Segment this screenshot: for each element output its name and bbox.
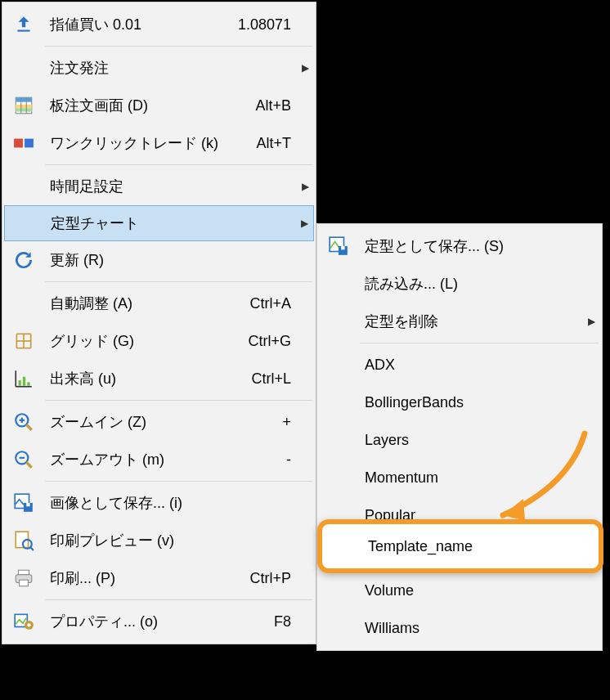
- template-item[interactable]: ADX: [319, 346, 600, 384]
- svg-rect-3: [16, 105, 32, 108]
- menu-shortcut: Ctrl+P: [249, 570, 298, 587]
- svg-rect-19: [27, 382, 29, 385]
- menu-value: 1.08071: [238, 16, 298, 34]
- submenu-remove-template[interactable]: 定型を削除 ▶: [319, 303, 600, 340]
- menu-label: 出来高 (u): [43, 369, 251, 388]
- chevron-right-icon: ▶: [298, 62, 309, 74]
- svg-rect-2: [16, 97, 32, 101]
- menu-label: 定型として保存... (S): [358, 236, 584, 256]
- printer-icon: [4, 568, 43, 589]
- menu-templates[interactable]: 定型チャート ▶: [4, 205, 314, 241]
- svg-line-32: [30, 547, 34, 550]
- menu-label: 時間足設定: [43, 177, 291, 196]
- templates-submenu: 定型として保存... (S) 読み込み... (L) 定型を削除 ▶ ADX B…: [316, 223, 603, 651]
- grid-icon: [4, 330, 43, 352]
- menu-label: ズームアウト (m): [43, 450, 286, 469]
- svg-rect-0: [17, 30, 29, 32]
- menu-label: グリッド (G): [43, 331, 248, 351]
- menu-label: Volume: [358, 582, 595, 599]
- svg-rect-41: [341, 246, 344, 249]
- menu-limit-buy[interactable]: 指値買い 0.01 1.08071: [4, 6, 314, 43]
- volume-chart-icon: [4, 368, 43, 389]
- submenu-load-template[interactable]: 読み込み... (L): [319, 265, 600, 303]
- svg-rect-35: [20, 580, 29, 586]
- menu-volume[interactable]: 出来高 (u) Ctrl+L: [4, 360, 314, 397]
- menu-label: Momentum: [358, 469, 595, 487]
- menu-label: ワンクリックトレード (k): [43, 133, 256, 153]
- svg-line-21: [26, 424, 32, 430]
- submenu-save-template[interactable]: 定型として保存... (S): [319, 227, 600, 265]
- separator: [45, 164, 312, 165]
- menu-autoscale[interactable]: 自動調整 (A) Ctrl+A: [4, 285, 314, 322]
- menu-print[interactable]: 印刷... (P) Ctrl+P: [4, 559, 314, 597]
- spreadsheet-icon: [4, 95, 43, 116]
- menu-label: BollingerBands: [358, 394, 595, 411]
- menu-label: ADX: [358, 357, 595, 374]
- menu-label: 更新 (R): [43, 250, 291, 270]
- upload-icon: [4, 14, 43, 35]
- svg-rect-4: [16, 108, 32, 111]
- menu-label: 印刷... (P): [43, 568, 249, 588]
- template-item[interactable]: BollingerBands: [319, 384, 600, 421]
- template-item[interactable]: Williams: [319, 609, 600, 647]
- menu-label: Layers: [358, 432, 595, 449]
- menu-shortcut: Ctrl+G: [248, 333, 298, 350]
- chart-context-menu: 指値買い 0.01 1.08071 注文発注 ▶ 板注文画面 (D) Alt+B: [2, 2, 316, 644]
- trade-panel-icon: [4, 132, 43, 154]
- svg-rect-17: [19, 380, 21, 386]
- menu-label: 自動調整 (A): [43, 294, 249, 313]
- print-preview-icon: [4, 530, 43, 551]
- menu-print-preview[interactable]: 印刷プレビュー (v): [4, 522, 314, 559]
- separator: [45, 281, 312, 282]
- menu-save-image[interactable]: 画像として保存... (i): [4, 484, 314, 522]
- menu-label: 読み込み... (L): [358, 274, 584, 294]
- menu-label: ズームイン (Z): [43, 412, 282, 432]
- menu-shortcut: +: [282, 414, 298, 431]
- menu-shortcut: Alt+T: [256, 135, 298, 152]
- separator: [45, 46, 312, 47]
- menu-label: 指値買い 0.01: [43, 15, 238, 34]
- separator: [45, 400, 312, 401]
- menu-properties[interactable]: プロパティ... (o) F8: [4, 603, 314, 640]
- refresh-icon: [4, 249, 43, 271]
- menu-label: Williams: [358, 620, 595, 637]
- template-item[interactable]: Momentum: [319, 459, 600, 496]
- menu-grid[interactable]: グリッド (G) Ctrl+G: [4, 322, 314, 360]
- menu-shortcut: F8: [274, 613, 298, 630]
- zoom-in-icon: [4, 411, 43, 433]
- menu-order[interactable]: 注文発注 ▶: [4, 49, 314, 87]
- svg-rect-18: [23, 377, 25, 386]
- template-item[interactable]: Layers: [319, 421, 600, 459]
- zoom-out-icon: [4, 449, 43, 470]
- svg-rect-7: [14, 139, 23, 148]
- svg-rect-33: [19, 570, 29, 574]
- svg-rect-8: [25, 139, 34, 148]
- separator: [45, 599, 312, 600]
- template-item[interactable]: Volume: [319, 572, 600, 609]
- separator: [360, 343, 599, 343]
- highlighted-template-item[interactable]: Template_name: [317, 519, 603, 573]
- chevron-right-icon: ▶: [298, 181, 309, 192]
- menu-label: 印刷プレビュー (v): [43, 531, 291, 550]
- menu-label: プロパティ... (o): [43, 612, 274, 631]
- menu-label: 板注文画面 (D): [43, 96, 255, 115]
- chevron-right-icon: ▶: [584, 316, 595, 327]
- menu-book-order[interactable]: 板注文画面 (D) Alt+B: [4, 87, 314, 124]
- menu-label: 注文発注: [43, 58, 291, 78]
- svg-rect-29: [26, 503, 29, 506]
- menu-label: Template_name: [361, 538, 473, 555]
- svg-line-25: [26, 462, 32, 468]
- menu-zoom-out[interactable]: ズームアウト (m) -: [4, 441, 314, 478]
- menu-shortcut: Ctrl+A: [249, 295, 298, 312]
- save-image-icon: [4, 492, 43, 514]
- chevron-right-icon: ▶: [297, 218, 308, 229]
- menu-shortcut: Ctrl+L: [251, 370, 298, 388]
- menu-shortcut: Alt+B: [255, 97, 298, 114]
- svg-point-38: [27, 623, 30, 626]
- menu-one-click-trade[interactable]: ワンクリックトレード (k) Alt+T: [4, 124, 314, 162]
- separator: [45, 481, 312, 482]
- menu-refresh[interactable]: 更新 (R): [4, 241, 314, 279]
- menu-timeframe[interactable]: 時間足設定 ▶: [4, 168, 314, 205]
- menu-zoom-in[interactable]: ズームイン (Z) +: [4, 403, 314, 441]
- menu-label: 定型チャート: [44, 213, 290, 233]
